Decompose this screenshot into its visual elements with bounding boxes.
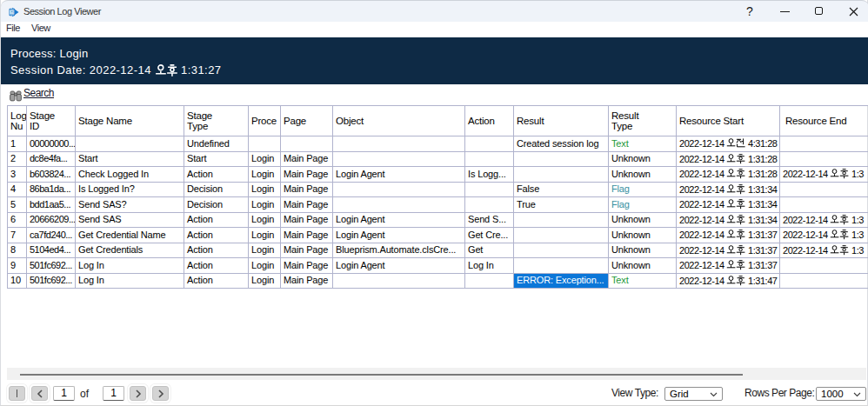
svg-text:B: B bbox=[10, 10, 14, 15]
